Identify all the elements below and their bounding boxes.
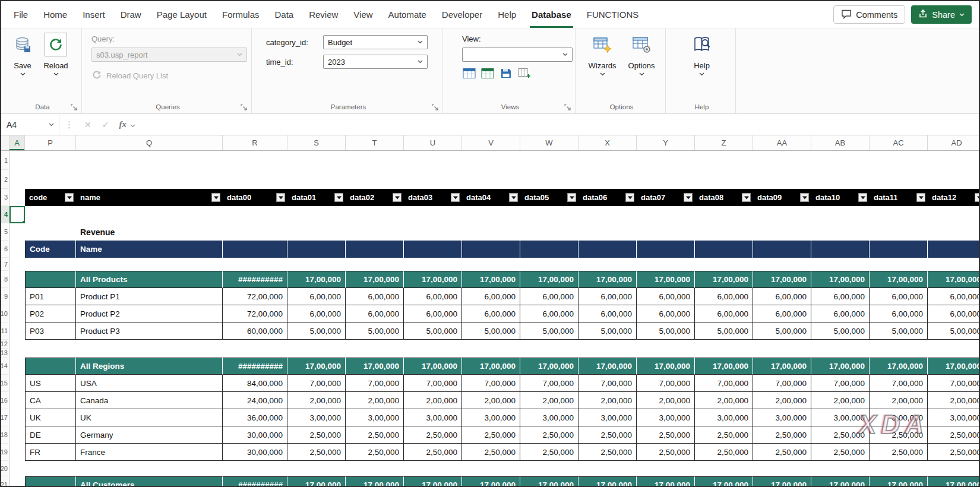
row-header-17[interactable]: 17 <box>1 409 10 426</box>
column-header-Y[interactable]: Y <box>637 135 695 150</box>
cell[interactable]: 17,00,000 <box>753 358 811 375</box>
cell[interactable]: 5,00,000 <box>695 322 753 340</box>
cell[interactable]: 2,50,000 <box>404 444 462 461</box>
column-header-T[interactable]: T <box>346 135 404 150</box>
view-select[interactable] <box>462 48 573 62</box>
cell[interactable]: 2,50,000 <box>811 426 870 444</box>
cell[interactable]: 2,00,000 <box>753 392 811 409</box>
cell[interactable]: 5,00,000 <box>753 322 811 340</box>
dialog-launcher-icon[interactable] <box>564 104 571 111</box>
cell[interactable]: 17,00,000 <box>346 476 404 486</box>
menu-tab-view[interactable]: View <box>346 1 380 28</box>
cell[interactable]: 7,00,000 <box>346 375 404 392</box>
category-id-select[interactable]: Budget <box>323 35 428 49</box>
view-save-icon[interactable] <box>499 67 513 79</box>
cell[interactable]: 5,00,000 <box>346 322 404 340</box>
filter-button-data09[interactable] <box>800 193 809 202</box>
cancel-icon[interactable]: ✕ <box>79 120 97 129</box>
cell[interactable] <box>10 271 25 288</box>
cell[interactable] <box>578 241 637 258</box>
cell[interactable]: 17,00,000 <box>928 358 979 375</box>
cell[interactable]: 6,00,000 <box>404 305 462 322</box>
cell[interactable]: ########## <box>223 271 287 288</box>
cell[interactable] <box>25 271 76 288</box>
cell[interactable]: 24,00,000 <box>223 392 287 409</box>
cell[interactable]: 17,00,000 <box>870 271 928 288</box>
cell[interactable]: 2,00,000 <box>928 392 979 409</box>
cell[interactable]: 17,00,000 <box>462 271 520 288</box>
cell[interactable]: 5,00,000 <box>578 322 637 340</box>
row-header-9[interactable]: 9 <box>1 288 10 305</box>
cell[interactable] <box>223 241 287 258</box>
filter-button-code[interactable] <box>65 193 74 202</box>
cell[interactable]: 6,00,000 <box>870 305 928 322</box>
cell[interactable]: 3,00,000 <box>578 409 637 426</box>
cell[interactable]: 17,00,000 <box>637 358 695 375</box>
cell[interactable]: 17,00,000 <box>520 271 578 288</box>
view-table-blue-icon[interactable] <box>462 67 476 79</box>
cell[interactable]: 2,50,000 <box>637 444 695 461</box>
row-header-21[interactable]: 21 <box>1 476 10 486</box>
cell[interactable]: 7,00,000 <box>695 375 753 392</box>
cell[interactable]: 2,00,000 <box>578 392 637 409</box>
cell[interactable]: 6,00,000 <box>346 305 404 322</box>
cell[interactable]: 2,50,000 <box>870 426 928 444</box>
cell[interactable] <box>753 241 811 258</box>
cell[interactable]: 17,00,000 <box>928 476 979 486</box>
cell[interactable]: Product P2 <box>76 305 223 322</box>
cell[interactable]: 5,00,000 <box>462 322 520 340</box>
menu-tab-insert[interactable]: Insert <box>75 1 113 28</box>
cell[interactable]: 6,00,000 <box>462 305 520 322</box>
row-header-3[interactable]: 3 <box>1 189 10 206</box>
cell[interactable]: 5,00,000 <box>287 322 346 340</box>
cell[interactable]: 72,00,000 <box>223 305 287 322</box>
cell[interactable] <box>870 241 928 258</box>
column-header-AC[interactable]: AC <box>870 135 928 150</box>
cell[interactable]: 2,50,000 <box>287 426 346 444</box>
cell[interactable]: 6,00,000 <box>578 305 637 322</box>
cell[interactable] <box>346 241 404 258</box>
filter-button-data06[interactable] <box>625 193 634 202</box>
row-header-19[interactable]: 19 <box>1 444 10 461</box>
cell[interactable] <box>10 461 25 476</box>
cell[interactable]: 3,00,000 <box>870 409 928 426</box>
cell[interactable]: 2,50,000 <box>695 426 753 444</box>
save-button[interactable]: Save <box>6 30 39 100</box>
cell[interactable]: 2,50,000 <box>346 426 404 444</box>
cell[interactable]: 17,00,000 <box>811 358 870 375</box>
cell[interactable]: 7,00,000 <box>520 375 578 392</box>
cell[interactable]: 2,50,000 <box>637 426 695 444</box>
cell[interactable]: 17,00,000 <box>287 476 346 486</box>
name-box[interactable]: A4 <box>1 114 59 135</box>
reload-button[interactable]: Reload <box>39 30 72 100</box>
cell[interactable]: 17,00,000 <box>637 476 695 486</box>
cell[interactable] <box>10 340 25 349</box>
cell[interactable] <box>25 476 76 486</box>
cell[interactable]: 6,00,000 <box>753 305 811 322</box>
menu-tab-review[interactable]: Review <box>301 1 346 28</box>
cell[interactable]: UK <box>25 409 76 426</box>
cell[interactable]: 5,00,000 <box>637 322 695 340</box>
row-header-12[interactable]: 12 <box>1 340 10 349</box>
cell[interactable]: 2,00,000 <box>811 392 870 409</box>
options-button[interactable]: Options <box>622 30 661 100</box>
help-button[interactable]: Help <box>682 30 722 100</box>
cell[interactable]: P02 <box>25 305 76 322</box>
cell[interactable]: 6,00,000 <box>928 288 979 305</box>
cell[interactable]: 5,00,000 <box>520 322 578 340</box>
cell[interactable]: 72,00,000 <box>223 288 287 305</box>
column-header-AA[interactable]: AA <box>753 135 811 150</box>
cell[interactable]: 2,00,000 <box>346 392 404 409</box>
row-header-10[interactable]: 10 <box>1 305 10 322</box>
cell[interactable]: 17,00,000 <box>811 476 870 486</box>
cell[interactable]: 2,00,000 <box>287 392 346 409</box>
cell[interactable] <box>10 189 25 206</box>
cell[interactable]: 7,00,000 <box>928 375 979 392</box>
row-header-6[interactable]: 6 <box>1 241 10 258</box>
cell[interactable]: 2,50,000 <box>811 444 870 461</box>
cell[interactable]: 6,00,000 <box>462 288 520 305</box>
filter-button-data01[interactable] <box>334 193 343 202</box>
cell[interactable] <box>10 392 25 409</box>
formula-bar-drag-dots[interactable]: ⋮ <box>59 119 79 130</box>
share-button[interactable]: Share <box>911 5 972 24</box>
